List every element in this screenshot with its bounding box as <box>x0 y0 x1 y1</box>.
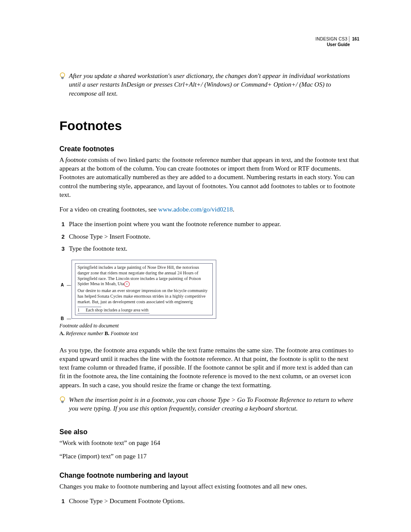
lightbulb-icon <box>59 396 65 407</box>
tip-text: After you update a shared workstation's … <box>69 72 359 98</box>
create-heading: Create footnotes <box>59 145 359 153</box>
svg-point-0 <box>60 73 65 77</box>
figure-para-b: Our desire to make an ever stronger impr… <box>78 288 210 305</box>
step-item: 1Choose Type > Document Footnote Options… <box>59 497 359 505</box>
see-also-item: “Place (import) text” on page 117 <box>59 452 359 460</box>
see-also-heading: See also <box>59 428 359 436</box>
create-after-figure: As you type, the footnote area expands w… <box>59 346 359 389</box>
change-para: Changes you make to footnote numbering a… <box>59 482 359 491</box>
create-para1: A footnote consists of two linked parts:… <box>59 156 359 199</box>
guide-label: User Guide <box>59 42 359 47</box>
figure-key: A. Reference number B. Footnote text <box>59 330 359 337</box>
tip-block: After you update a shared workstation's … <box>59 72 359 98</box>
svg-point-2 <box>60 397 65 401</box>
video-link[interactable]: www.adobe.com/go/vid0218 <box>158 206 233 213</box>
video-line: For a video on creating footnotes, see w… <box>59 205 359 214</box>
term-footnote: footnote <box>65 156 87 163</box>
step-item: 3Type the footnote text. <box>59 244 359 253</box>
figure-footnote: 1 Each shop includes a lounge area with <box>78 308 149 314</box>
product-name: INDESIGN CS3 <box>315 36 347 42</box>
see-also-item: “Work with footnote text” on page 164 <box>59 439 359 447</box>
step-item: 2Choose Type > Insert Footnote. <box>59 232 359 241</box>
figure-caption: Footnote added to document <box>59 322 359 329</box>
change-steps: 1Choose Type > Document Footnote Options… <box>59 497 359 505</box>
footnote-rule <box>78 307 101 307</box>
page-number: 161 <box>349 36 359 42</box>
figure-para-a: Springfield includes a large painting of… <box>78 265 210 287</box>
footnote-reference-marker: 1 <box>124 281 130 287</box>
document-page: INDESIGN CS3 161 User Guide After you up… <box>0 0 411 532</box>
figure-label-b: B <box>61 316 64 321</box>
figure-label-a: A <box>61 283 64 287</box>
create-steps: 1Place the insertion point where you wan… <box>59 220 359 253</box>
page-header: INDESIGN CS3 161 User Guide <box>59 36 359 47</box>
change-heading: Change footnote numbering and layout <box>59 472 359 479</box>
section-title: Footnotes <box>59 118 359 133</box>
figure: A B Springfield includes a large paintin… <box>59 260 359 337</box>
step-item: 1Place the insertion point where you wan… <box>59 220 359 228</box>
figure-body: Springfield includes a large painting of… <box>75 263 213 315</box>
tip-block-2: When the insertion point is in a footnot… <box>59 395 359 413</box>
lightbulb-icon <box>59 72 65 83</box>
tip-text: When the insertion point is in a footnot… <box>69 395 359 413</box>
